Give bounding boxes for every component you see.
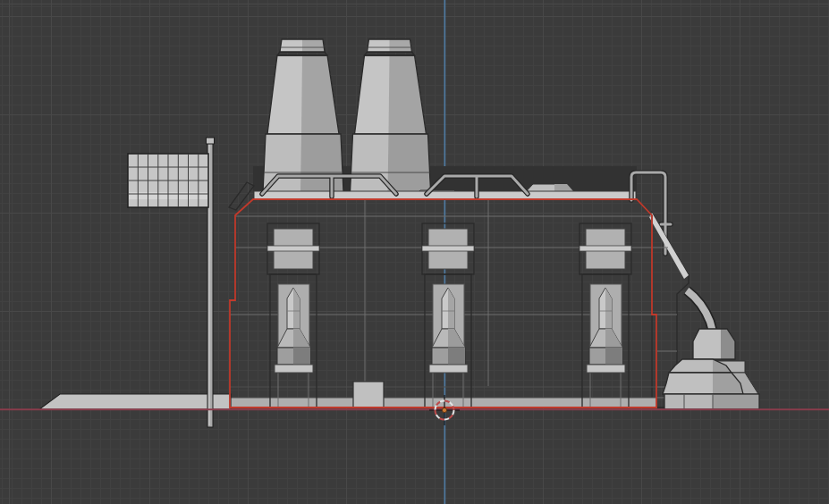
roof-parapet	[254, 191, 636, 199]
machine-bay-middle[interactable]	[422, 223, 474, 407]
base-step-box[interactable]	[353, 382, 384, 407]
panel-flag[interactable]	[128, 154, 208, 207]
viewport-canvas[interactable]	[0, 0, 829, 504]
object-origin-dot	[442, 407, 446, 412]
x-axis-line	[0, 408, 829, 410]
chimney-left[interactable]	[263, 39, 343, 192]
leaning-plate[interactable]	[229, 182, 254, 210]
chimney-right[interactable]	[351, 39, 431, 192]
3d-viewport[interactable]	[0, 0, 829, 504]
ground-platform[interactable]	[39, 394, 231, 409]
machine-bay-left[interactable]	[267, 223, 319, 407]
pipe-elbow[interactable]	[687, 290, 713, 332]
machine-bay-right[interactable]	[579, 223, 631, 407]
